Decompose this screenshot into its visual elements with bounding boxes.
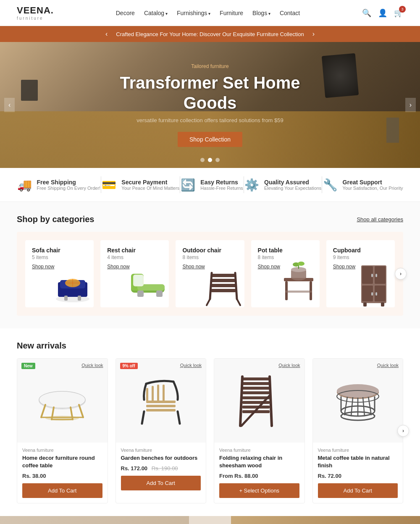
hero-prev[interactable]: ‹	[4, 98, 15, 112]
svg-rect-70	[242, 387, 270, 390]
hero-section: ‹ Tailored furniture Transformer Set Hom…	[0, 42, 420, 168]
quick-look-4[interactable]: Quick look	[377, 363, 399, 368]
svg-rect-57	[146, 409, 176, 411]
svg-rect-28	[285, 291, 312, 293]
product-info-2: Veena furniture Garden benches for outdo…	[116, 443, 206, 495]
product-svg-4	[328, 369, 387, 432]
feature-support-subtitle: Your Satisfaction, Our Priority	[343, 186, 403, 191]
product-card-3: Quick look	[214, 358, 305, 503]
categories-next-button[interactable]: ›	[395, 268, 407, 280]
quick-look-1[interactable]: Quick look	[81, 363, 103, 368]
product-name-2: Garden benches for outdoors	[121, 454, 201, 462]
category-pot-table: Pot table 8 items Shop now	[251, 240, 320, 307]
svg-rect-59	[152, 386, 154, 401]
shop-all-categories-link[interactable]: Shop all categories	[357, 216, 403, 223]
product-badge-1: New	[21, 363, 35, 369]
svg-rect-42	[371, 292, 373, 296]
cat-sofa-name: Sofa chair	[32, 247, 87, 254]
svg-rect-71	[242, 391, 270, 394]
features-bar: 🚚 Free Shipping Free Shipping On Every O…	[0, 168, 420, 202]
svg-rect-18	[211, 279, 236, 282]
categories-grid: Sofa chair 5 items Shop now	[17, 232, 403, 316]
quick-look-3[interactable]: Quick look	[278, 363, 300, 368]
svg-rect-61	[163, 385, 165, 401]
feature-shipping-subtitle: Free Shipping On Every Order!	[37, 186, 101, 191]
cart-button[interactable]: 🛒 3	[394, 8, 403, 18]
product-price-4: Rs. 72.00	[318, 473, 398, 479]
nav-contact[interactable]: Contact	[280, 10, 300, 16]
nav-catalog[interactable]: Catalog	[144, 10, 168, 16]
product-brand-4: Veena furniture	[318, 448, 398, 453]
feature-support: 🔧 Great Support Your Satisfaction, Our P…	[323, 178, 403, 192]
category-outdoor-chair: Outdoor chair 8 items Shop now	[176, 240, 244, 307]
arrivals-next-button[interactable]: ›	[397, 425, 409, 437]
svg-line-48	[41, 405, 45, 417]
nav-blogs[interactable]: Blogs	[252, 10, 270, 16]
svg-rect-43	[375, 292, 377, 296]
quick-look-2[interactable]: Quick look	[180, 363, 202, 368]
feature-support-title: Great Support	[343, 179, 403, 186]
divider-3	[244, 176, 244, 193]
logo: VEENA. furniture	[17, 5, 54, 21]
cat-outdoor-image	[202, 261, 244, 307]
category-rest-chair: Rest chair 4 items Shop now	[100, 240, 169, 307]
feature-returns-subtitle: Hassle-Free Returns	[200, 186, 243, 191]
arrivals-title: New arrivals	[17, 341, 66, 351]
feature-shipping-title: Free Shipping	[37, 179, 101, 186]
select-options-3[interactable]: + Select Options	[219, 483, 299, 498]
svg-point-47	[39, 391, 85, 408]
svg-rect-58	[146, 388, 148, 401]
announcement-next[interactable]: ›	[312, 30, 315, 38]
dot-3[interactable]	[215, 158, 220, 162]
product-brand-1: Veena furniture	[22, 448, 102, 453]
announcement-text: Crafted Elegance For Your Home: Discover…	[116, 31, 304, 37]
svg-line-72	[240, 377, 242, 426]
search-button[interactable]: 🔍	[362, 8, 371, 18]
add-to-cart-2[interactable]: Add To Cart	[121, 476, 201, 490]
feature-payment-title: Secure Payment	[121, 179, 179, 186]
feature-payment-subtitle: Your Peace Of Mind Matters	[121, 186, 179, 191]
product-price-3: From Rs. 88.00	[219, 473, 299, 479]
quality-icon: ⚙️	[244, 178, 259, 192]
shop-collection-button[interactable]: Shop Collection	[178, 132, 242, 147]
svg-rect-17	[211, 274, 236, 277]
arrivals-wrapper: New Quick look	[17, 358, 403, 503]
cat-sofa-image	[52, 261, 94, 307]
nav-furnishings[interactable]: Furnishings	[177, 10, 210, 16]
categories-section: Shop by categories Shop all categories S…	[0, 202, 420, 328]
dot-1[interactable]	[200, 158, 205, 162]
cat-cupboard-count: 9 items	[333, 254, 388, 260]
feature-returns-title: Easy Returns	[200, 179, 243, 186]
nav-furniture[interactable]: Furniture	[220, 10, 243, 16]
hero-next[interactable]: ›	[405, 98, 416, 112]
hero-dots	[200, 158, 220, 162]
svg-point-54	[45, 416, 79, 421]
add-to-cart-1[interactable]: Add To Cart	[22, 483, 102, 498]
svg-line-24	[237, 299, 240, 305]
new-arrivals-section: New arrivals New Quick look	[0, 328, 420, 516]
svg-rect-60	[157, 385, 159, 401]
product-svg-3	[230, 367, 289, 434]
feature-quality-subtitle: Elevating Your Expectations	[264, 186, 321, 191]
nav-decore[interactable]: Decore	[116, 10, 135, 16]
feature-quality-title: Quality Assured	[264, 179, 321, 186]
account-button[interactable]: 👤	[378, 8, 387, 18]
svg-rect-20	[211, 289, 236, 292]
announcement-prev[interactable]: ‹	[105, 30, 108, 38]
product-card-4: Quick look	[312, 358, 404, 503]
returns-icon: 🔄	[181, 178, 195, 192]
announcement-bar: ‹ Crafted Elegance For Your Home: Discov…	[0, 26, 420, 42]
header-icons: 🔍 👤 🛒 3	[362, 8, 403, 18]
categories-header: Shop by categories Shop all categories	[17, 215, 403, 224]
add-to-cart-4[interactable]: Add To Cart	[318, 483, 398, 498]
svg-line-73	[270, 377, 272, 426]
product-image-3: Quick look	[214, 359, 304, 443]
product-image-1: New Quick look	[17, 359, 108, 443]
svg-rect-6	[78, 296, 81, 301]
product-image-2: 9% off Quick look	[116, 359, 206, 443]
cat-outdoor-name: Outdoor chair	[182, 247, 237, 254]
dot-2[interactable]	[208, 158, 212, 162]
cart-count: 3	[399, 6, 406, 13]
bottom-banner: Eco-friendly furniture pieces Unveiling …	[0, 516, 420, 524]
product-badge-2: 9% off	[120, 363, 138, 369]
